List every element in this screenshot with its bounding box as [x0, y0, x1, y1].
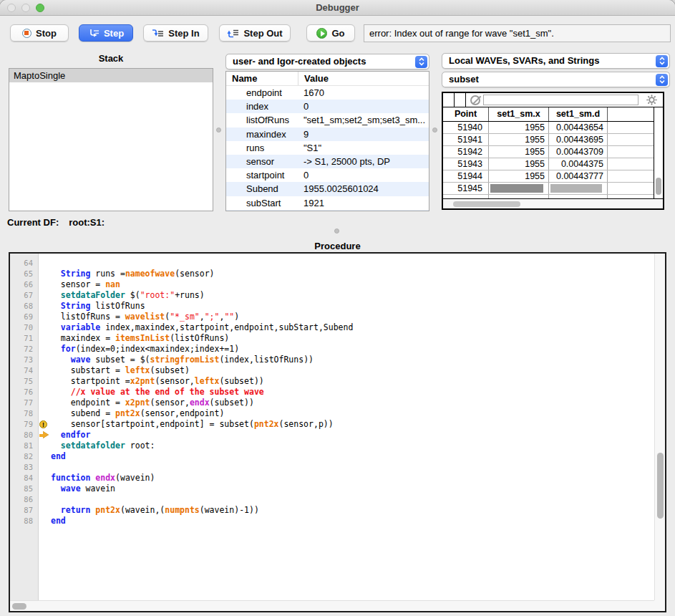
- variable-row[interactable]: runs"S1": [226, 141, 429, 155]
- variable-row[interactable]: listOfRuns"set1_sm;set2_sm;set3_sm...: [226, 113, 429, 127]
- code-line[interactable]: 72 for(index=0;index<maxindex;index+=1): [10, 344, 654, 355]
- table-corner-cell[interactable]: [455, 93, 466, 107]
- wave-cell[interactable]: 1955: [489, 170, 549, 182]
- wave-cell[interactable]: 1955: [489, 122, 549, 133]
- code-line[interactable]: 81 setdatafolder root:: [10, 441, 654, 451]
- breakpoint-margin[interactable]: [39, 333, 51, 344]
- code-line[interactable]: 66 sensor = nan: [10, 279, 654, 290]
- breakpoint-margin[interactable]: [39, 355, 51, 365]
- code-line[interactable]: 65 String runs =nameofwave(sensor): [10, 269, 654, 279]
- procedure-horizontal-scrollbar[interactable]: [10, 600, 654, 611]
- variable-row[interactable]: [226, 210, 429, 211]
- wave-cell[interactable]: [549, 183, 608, 194]
- breakpoint-margin[interactable]: [39, 441, 51, 451]
- step-out-button[interactable]: Step Out: [219, 24, 291, 42]
- pane-splitter-handle[interactable]: [432, 127, 437, 133]
- wave-category-select[interactable]: Local WAVEs, SVARs, and Strings: [442, 53, 670, 69]
- code-line[interactable]: 76 //x value at the end of the subset wa…: [10, 387, 654, 398]
- wave-cell[interactable]: 1955: [489, 146, 549, 158]
- breakpoint-margin[interactable]: [39, 387, 51, 398]
- breakpoint-margin[interactable]: [39, 516, 51, 526]
- column-header-set1-sm-x[interactable]: set1_sm.x: [489, 107, 549, 121]
- breakpoint-margin[interactable]: [39, 398, 51, 408]
- variable-row[interactable]: endpoint1670: [226, 86, 429, 100]
- breakpoint-margin[interactable]: [39, 365, 51, 376]
- code-line[interactable]: 84function endx(wavein): [10, 473, 654, 483]
- code-line[interactable]: 69 listOfRuns = wavelist("*_sm",";",""): [10, 312, 654, 322]
- column-header-value[interactable]: Value: [298, 72, 429, 85]
- wave-cell[interactable]: 0.00443709: [549, 146, 608, 158]
- wave-table-horizontal-scrollbar[interactable]: [443, 198, 663, 208]
- stop-button[interactable]: Stop: [10, 24, 69, 42]
- code-line[interactable]: 86: [10, 494, 654, 505]
- pane-splitter-handle[interactable]: [216, 127, 221, 133]
- breakpoint-margin[interactable]: [39, 344, 51, 355]
- code-line[interactable]: 73 wave subset = $(stringfromList(index,…: [10, 355, 654, 365]
- procedure-vertical-scrollbar[interactable]: [654, 254, 665, 600]
- pane-splitter-handle[interactable]: [334, 228, 339, 234]
- cell-entry-field[interactable]: [483, 95, 638, 105]
- breakpoint-margin[interactable]: [39, 473, 51, 483]
- table-corner-cell[interactable]: [443, 93, 455, 107]
- variable-row[interactable]: Subend1955.0025601024: [226, 182, 429, 196]
- step-button[interactable]: Step: [79, 24, 133, 42]
- table-options-button[interactable]: [643, 95, 660, 105]
- code-line[interactable]: 82end: [10, 451, 654, 462]
- code-line[interactable]: 83: [10, 462, 654, 473]
- column-header-point[interactable]: Point: [443, 107, 489, 121]
- stack-item[interactable]: MaptoSingle: [9, 69, 213, 82]
- column-header-name[interactable]: Name: [226, 72, 298, 85]
- code-line[interactable]: 85 wave wavein: [10, 483, 654, 494]
- wave-cell[interactable]: 0.0044375: [549, 158, 608, 170]
- code-line[interactable]: 71 maxindex = itemsInList(listOfRuns): [10, 333, 654, 344]
- code-line[interactable]: 75 startpoint =x2pnt(sensor,leftx(subset…: [10, 376, 654, 387]
- code-line[interactable]: 64: [10, 258, 654, 269]
- variable-row[interactable]: maxindex9: [226, 127, 429, 141]
- step-in-button[interactable]: Step In: [143, 24, 208, 42]
- wave-cell[interactable]: 51942: [443, 146, 489, 158]
- wave-cell[interactable]: 0.00443695: [549, 134, 608, 145]
- code-line[interactable]: 88end: [10, 516, 654, 526]
- scrollbar-thumb[interactable]: [656, 178, 661, 195]
- breakpoint-margin[interactable]: [39, 376, 51, 387]
- breakpoint-margin[interactable]: [39, 494, 51, 505]
- scrollbar-thumb[interactable]: [12, 603, 26, 610]
- wave-cell[interactable]: 51943: [443, 158, 489, 170]
- wave-cell[interactable]: 0.00443654: [549, 122, 608, 133]
- code-line[interactable]: 80 endfor: [10, 430, 654, 441]
- breakpoint-margin[interactable]: [39, 279, 51, 290]
- breakpoint-margin[interactable]: [39, 258, 51, 269]
- code-line[interactable]: 87 return pnt2x(wavein,(numpnts(wavein)-…: [10, 505, 654, 516]
- go-button[interactable]: Go: [306, 24, 355, 42]
- variable-row[interactable]: startpoint0: [226, 168, 429, 182]
- breakpoint-margin[interactable]: [39, 269, 51, 279]
- breakpoint-margin[interactable]: [39, 451, 51, 462]
- breakpoint-margin[interactable]: [39, 312, 51, 322]
- breakpoint-margin[interactable]: [39, 290, 51, 301]
- column-header-set1-sm-d[interactable]: set1_sm.d: [549, 107, 608, 121]
- code-line[interactable]: 68 String listOfRuns: [10, 301, 654, 312]
- code-line[interactable]: 67 setdataFolder $("root:"+runs): [10, 290, 654, 301]
- code-line[interactable]: 77 endpoint = x2pnt(sensor,endx(subset)): [10, 398, 654, 408]
- wave-cell[interactable]: [489, 183, 549, 194]
- breakpoint-margin[interactable]: [39, 301, 51, 312]
- breakpoint-margin[interactable]: [39, 483, 51, 494]
- wave-cell[interactable]: 51941: [443, 134, 489, 145]
- scrollbar-thumb[interactable]: [657, 453, 664, 519]
- wave-cell[interactable]: 1955: [489, 158, 549, 170]
- variable-row[interactable]: index0: [226, 100, 429, 113]
- scrollbar-thumb[interactable]: [453, 201, 520, 207]
- breakpoint-margin[interactable]: [39, 462, 51, 473]
- wave-cell[interactable]: 0.00443777: [549, 170, 608, 182]
- stack-list[interactable]: MaptoSingle: [9, 68, 213, 211]
- breakpoint-margin[interactable]: !: [39, 419, 51, 430]
- code-line[interactable]: 74 substart = leftx(subset): [10, 365, 654, 376]
- breakpoint-margin[interactable]: [39, 505, 51, 516]
- breakpoint-margin[interactable]: [39, 408, 51, 419]
- wave-cell[interactable]: 1955: [489, 134, 549, 145]
- code-line[interactable]: 78 subend = pnt2x(sensor,endpoint): [10, 408, 654, 419]
- code-line[interactable]: 79! sensor[startpoint,endpoint] = subset…: [10, 419, 654, 430]
- wave-cell[interactable]: 51940: [443, 122, 489, 133]
- code-editor[interactable]: 6465 String runs =nameofwave(sensor)66 s…: [10, 258, 654, 526]
- wave-cell[interactable]: 51944: [443, 170, 489, 182]
